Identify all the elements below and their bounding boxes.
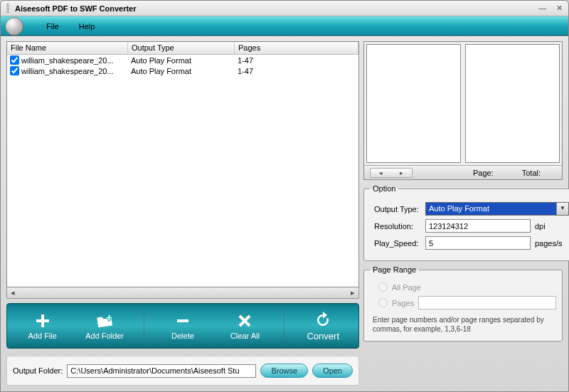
row-type: Auto Play Format	[131, 56, 238, 65]
table-row[interactable]: william_shakespeare_20... Auto Play Form…	[7, 55, 358, 65]
browse-button[interactable]: Browse	[260, 364, 308, 378]
page-label: Page:	[473, 169, 494, 177]
minus-icon	[174, 312, 192, 330]
plus-icon	[33, 312, 52, 330]
resolution-input[interactable]	[425, 219, 531, 233]
toolbar-divider	[284, 310, 284, 341]
preview-page-left[interactable]	[366, 44, 461, 163]
row-checkbox[interactable]	[10, 55, 19, 65]
folder-plus-icon	[95, 312, 114, 330]
titlebar[interactable]: Aiseesoft PDF to SWF Converter — ✕	[1, 1, 568, 16]
resolution-unit: dpi	[535, 222, 569, 231]
row-pages: 1-47	[238, 56, 356, 65]
col-pages[interactable]: Pages	[235, 42, 358, 54]
output-folder-row: Output Folder: Browse Open	[6, 356, 359, 386]
preview-pane: ◂▸ Page: Total:	[363, 41, 563, 180]
add-folder-button[interactable]: Add Folder	[81, 312, 128, 340]
convert-button[interactable]: Convert	[299, 311, 346, 341]
page-range-input[interactable]	[418, 296, 556, 309]
preview-nav[interactable]: ◂▸	[370, 168, 413, 178]
window-title: Aiseesoft PDF to SWF Converter	[15, 4, 538, 13]
minimize-button[interactable]: —	[538, 4, 546, 13]
toolbar-divider	[144, 310, 144, 341]
app-window: Aiseesoft PDF to SWF Converter — ✕ File …	[0, 0, 569, 392]
play-speed-input[interactable]	[425, 236, 531, 250]
col-output-type[interactable]: Output Type	[128, 42, 235, 54]
output-type-label: Output Type:	[370, 205, 421, 213]
clear-all-button[interactable]: Clear All	[221, 312, 268, 340]
row-pages: 1-47	[238, 67, 356, 75]
page-range-hint: Enter page numbers and/or page ranges se…	[370, 315, 556, 334]
horizontal-scrollbar[interactable]: ◂ ▸	[6, 287, 359, 299]
total-label: Total:	[522, 169, 541, 177]
close-button[interactable]: ✕	[556, 4, 563, 13]
resolution-label: Resolution:	[370, 222, 421, 231]
file-list[interactable]: File Name Output Type Pages william_shak…	[6, 41, 359, 287]
refresh-icon	[314, 311, 332, 329]
option-group: Option Output Type: Auto Play Format ▼ R…	[363, 184, 569, 261]
file-list-header: File Name Output Type Pages	[7, 42, 358, 55]
page-range-group: Page Range All Page Pages Enter page num…	[363, 265, 563, 341]
main-toolbar: Add File Add Folder Delete Clear All	[6, 303, 359, 349]
open-button[interactable]: Open	[312, 364, 353, 378]
grip-icon	[6, 4, 9, 14]
output-type-value: Auto Play Format	[426, 203, 556, 215]
scroll-right-icon[interactable]: ▸	[347, 288, 358, 297]
menubar: File Help	[1, 16, 568, 36]
row-type: Auto Play Format	[131, 67, 238, 75]
table-row[interactable]: william_shakespeare_20... Auto Play Form…	[7, 65, 358, 76]
col-filename[interactable]: File Name	[7, 42, 128, 54]
output-type-select[interactable]: Auto Play Format ▼	[425, 202, 569, 216]
add-file-button[interactable]: Add File	[19, 312, 66, 340]
delete-button[interactable]: Delete	[159, 312, 206, 340]
output-folder-input[interactable]	[67, 364, 256, 378]
row-filename: william_shakespeare_20...	[21, 67, 114, 75]
all-page-radio[interactable]: All Page	[378, 282, 556, 292]
next-page-icon[interactable]: ▸	[391, 169, 412, 177]
x-icon	[235, 312, 254, 330]
play-speed-label: Play_Speed:	[370, 239, 421, 248]
menu-help[interactable]: Help	[76, 21, 98, 32]
preview-page-right[interactable]	[465, 44, 560, 163]
menu-file[interactable]: File	[43, 21, 62, 32]
scroll-left-icon[interactable]: ◂	[7, 288, 18, 297]
row-checkbox[interactable]	[10, 66, 19, 75]
prev-page-icon[interactable]: ◂	[371, 169, 391, 177]
svg-rect-0	[177, 319, 188, 322]
chevron-down-icon[interactable]: ▼	[556, 203, 568, 215]
pages-radio[interactable]: Pages	[378, 296, 556, 309]
option-legend: Option	[370, 184, 398, 193]
output-folder-label: Output Folder:	[13, 366, 63, 375]
page-range-legend: Page Range	[370, 265, 419, 274]
row-filename: william_shakespeare_20...	[21, 56, 114, 65]
play-speed-unit: pages/s	[535, 239, 569, 248]
app-orb-icon[interactable]	[5, 17, 23, 36]
